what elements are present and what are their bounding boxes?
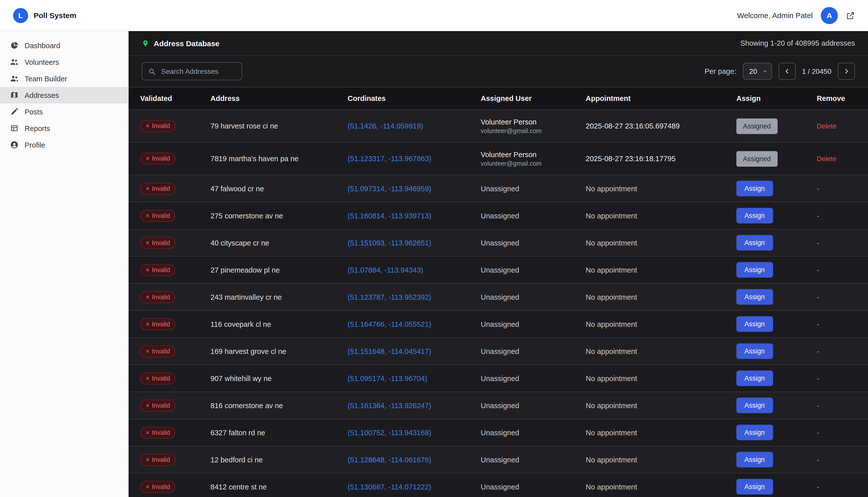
column-header-assigned-user: Assigned User <box>481 87 586 110</box>
validated-cell: ×Invalid <box>129 283 210 311</box>
invalid-badge-label: Invalid <box>152 321 170 328</box>
coordinates-link[interactable]: (51.123317, -113.967863) <box>348 155 431 163</box>
delete-button[interactable]: Delete <box>817 123 836 130</box>
address-text: 47 falwood cr ne <box>210 175 348 202</box>
assigned-user-name: Volunteer Person <box>481 150 586 158</box>
address-row: ×Invalid 816 cornerstone av ne (51.16136… <box>129 392 868 419</box>
assigned-button[interactable]: Assigned <box>737 118 777 134</box>
assign-button[interactable]: Assign <box>737 262 773 278</box>
assign-cell: Assign <box>737 446 817 473</box>
brand[interactable]: L Poll System <box>13 8 76 23</box>
assign-cell: Assign <box>737 202 817 229</box>
coordinates-cell: (51.123787, -113.952392) <box>348 283 481 311</box>
coordinates-link[interactable]: (51.128648, -114.061676) <box>348 456 431 464</box>
unassigned-text: Unassigned <box>481 239 519 247</box>
invalid-badge-label: Invalid <box>152 456 170 463</box>
assign-button[interactable]: Assign <box>737 208 773 223</box>
sidebar-item-volunteers[interactable]: Volunteers <box>0 54 128 70</box>
address-text: 816 cornerstone av ne <box>210 392 348 419</box>
assign-button[interactable]: Assign <box>737 235 773 251</box>
coordinates-link[interactable]: (51.151093, -113.962651) <box>348 239 431 247</box>
validated-cell: ×Invalid <box>129 256 210 283</box>
invalid-x-icon: × <box>146 155 150 162</box>
address-text: 116 covepark cl ne <box>210 311 348 338</box>
sidebar-item-addresses[interactable]: Addresses <box>0 87 128 103</box>
coordinates-link[interactable]: (51.097314, -113.946959) <box>348 184 431 193</box>
invalid-badge: ×Invalid <box>140 120 176 132</box>
invalid-badge: ×Invalid <box>140 210 176 222</box>
prev-page-button[interactable] <box>778 63 795 80</box>
next-page-button[interactable] <box>838 63 855 80</box>
assign-button[interactable]: Assign <box>737 181 773 196</box>
coordinates-link[interactable]: (51.164766, -114.055521) <box>348 320 431 328</box>
column-header-remove: Remove <box>817 87 868 110</box>
sidebar-item-profile[interactable]: Profile <box>0 137 128 153</box>
welcome-text: Welcome, Admin Patel <box>737 11 813 19</box>
sidebar-item-label: Dashboard <box>25 41 60 49</box>
coordinates-link[interactable]: (51.151648, -114.045417) <box>348 347 431 355</box>
per-page-select[interactable]: 20 <box>743 63 772 80</box>
invalid-badge: ×Invalid <box>140 153 176 165</box>
invalid-badge: ×Invalid <box>140 345 176 357</box>
sidebar-item-reports[interactable]: Reports <box>0 120 128 137</box>
address-row: ×Invalid 243 martinvalley cr ne (51.1237… <box>129 283 868 311</box>
search-input[interactable] <box>160 67 236 76</box>
sidebar-item-posts[interactable]: Posts <box>0 103 128 120</box>
sidebar-nav: Dashboard Volunteers Team Builder Addres… <box>0 31 129 497</box>
appointment-text: No appointment <box>586 392 737 419</box>
reports-icon <box>10 124 18 132</box>
address-text: 6327 falton rd ne <box>210 419 348 446</box>
coordinates-cell: (51.128648, -114.061676) <box>348 446 481 473</box>
external-link-icon[interactable] <box>846 11 855 20</box>
app-title: Poll System <box>34 11 76 19</box>
assign-cell: Assign <box>737 419 817 446</box>
address-text: 12 bedford ci ne <box>210 446 348 473</box>
coordinates-link[interactable]: (51.095174, -113.96704) <box>348 374 427 382</box>
remove-cell: - <box>817 283 868 311</box>
per-page-select-wrap: 20 <box>743 63 772 80</box>
coordinates-link[interactable]: (51.130687, -114.071222) <box>348 483 431 491</box>
assign-button[interactable]: Assign <box>737 289 773 305</box>
assign-cell: Assigned <box>737 110 817 142</box>
avatar-letter: A <box>827 11 832 19</box>
assign-button[interactable]: Assign <box>737 316 773 332</box>
coordinates-link[interactable]: (51.07884, -113.94343) <box>348 266 423 274</box>
assign-cell: Assign <box>737 175 817 202</box>
app-root: L Poll System Welcome, Admin Patel A Das… <box>0 0 868 497</box>
address-row: ×Invalid 907 whitehill wy ne (51.095174,… <box>129 365 868 392</box>
invalid-badge-label: Invalid <box>152 429 170 436</box>
assign-button[interactable]: Assign <box>737 370 773 386</box>
no-remove-dash: - <box>817 428 819 437</box>
no-remove-dash: - <box>817 239 819 247</box>
invalid-x-icon: × <box>146 402 150 409</box>
validated-cell: ×Invalid <box>129 365 210 392</box>
assign-button[interactable]: Assign <box>737 343 773 359</box>
delete-button[interactable]: Delete <box>817 155 836 163</box>
unassigned-text: Unassigned <box>481 320 519 328</box>
coordinates-link[interactable]: (51.100752, -113.943168) <box>348 428 431 437</box>
invalid-x-icon: × <box>146 347 150 355</box>
sidebar-item-team-builder[interactable]: Team Builder <box>0 70 128 87</box>
assign-button[interactable]: Assign <box>737 425 773 440</box>
assigned-user-cell: Unassigned <box>481 283 586 311</box>
address-row: ×Invalid 79 harvest rose ci ne (51.1426,… <box>129 110 868 142</box>
sidebar-item-dashboard[interactable]: Dashboard <box>0 37 128 54</box>
validated-cell: ×Invalid <box>129 311 210 338</box>
search-box[interactable] <box>142 62 242 80</box>
no-remove-dash: - <box>817 374 819 382</box>
coordinates-link[interactable]: (51.123787, -113.952392) <box>348 293 431 301</box>
coordinates-cell: (51.1426, -114.059919) <box>348 110 481 142</box>
assign-button[interactable]: Assign <box>737 452 773 467</box>
assigned-user-cell: Unassigned <box>481 392 586 419</box>
coordinates-link[interactable]: (51.1426, -114.059919) <box>348 122 423 130</box>
assign-button[interactable]: Assign <box>737 398 773 413</box>
user-avatar[interactable]: A <box>821 7 838 24</box>
assigned-user-name: Volunteer Person <box>481 118 586 126</box>
assigned-user: Volunteer Person volunteer@gmail.com <box>481 150 586 167</box>
invalid-badge-label: Invalid <box>152 212 170 219</box>
coordinates-link[interactable]: (51.160814, -113.939713) <box>348 212 431 219</box>
assigned-button[interactable]: Assigned <box>737 151 777 167</box>
address-text: 907 whitehill wy ne <box>210 365 348 392</box>
assign-button[interactable]: Assign <box>737 479 773 495</box>
coordinates-link[interactable]: (51.161364, -113.926247) <box>348 401 431 409</box>
